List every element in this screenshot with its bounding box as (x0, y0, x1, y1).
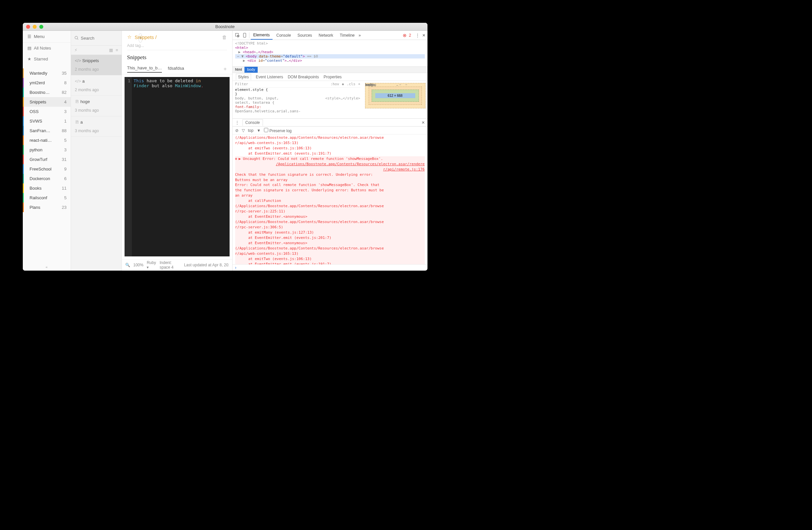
editor: ☆ Snippets / 🗑 Add tag... Snippets This_… (122, 31, 233, 271)
context-selector[interactable]: top ▼ (248, 128, 261, 133)
note-item[interactable]: </> Snippets 2 months ago (71, 55, 121, 75)
box-model[interactable]: margin – border – padding – 612 × 668 (363, 81, 427, 118)
filter-icon[interactable]: ▽ (242, 128, 245, 133)
folder-item[interactable]: Boostno…82 (23, 88, 71, 97)
hov-toggle[interactable]: :hov (330, 82, 339, 86)
grid-view-icon[interactable]: ▦ (109, 47, 113, 53)
folder-item[interactable]: Wantedly35 (23, 68, 71, 78)
folder-item[interactable]: yml2erd8 (23, 78, 71, 88)
folder-item[interactable]: python3 (23, 145, 71, 155)
status-bar: 🔍 100% Ruby ▾ Indent: space 4 Last updat… (122, 259, 232, 271)
tab-event-listeners[interactable]: Event Listeners (256, 75, 283, 79)
trash-icon[interactable]: 🗑 (222, 34, 227, 40)
folder-item[interactable]: Dockercon6 (23, 174, 71, 183)
folder-item[interactable]: Railsconf5 (23, 193, 71, 203)
tab-elements[interactable]: Elements (251, 31, 273, 40)
clear-icon[interactable]: ⊘ (235, 128, 238, 133)
code-icon: </> (75, 78, 81, 84)
zoom-level[interactable]: 100% (133, 263, 144, 267)
sidebar-starred[interactable]: ★ Starred (23, 54, 71, 65)
add-rule-icon[interactable]: + (358, 82, 360, 86)
svg-point-0 (75, 37, 77, 39)
document-icon: 🖹 (75, 99, 79, 104)
tab-styles[interactable]: Styles (236, 74, 251, 80)
folder-item[interactable]: SVWS1 (23, 116, 71, 126)
folder-item[interactable]: react-nati…5 (23, 135, 71, 145)
console-prompt[interactable]: › (233, 264, 427, 271)
tab-timeline[interactable]: Timeline (337, 31, 358, 39)
notes-list: + ⚡︎ ▦ ≡ </> Snippets 2 months ago </> a… (71, 31, 122, 271)
kebab-icon[interactable]: ⋮ (235, 120, 239, 125)
folder-item[interactable]: Plans23 (23, 203, 71, 212)
folder-item[interactable]: OSS3 (23, 107, 71, 116)
breadcrumb[interactable]: Snippets / (135, 34, 157, 40)
note-item[interactable]: 🖹 a 3 months ago (71, 116, 121, 137)
folder-item[interactable]: FreeSchool9 (23, 164, 71, 174)
styles-filter[interactable]: Filter (235, 82, 248, 86)
line-number: 1 (125, 77, 132, 256)
error-icon[interactable]: ⊗2 (403, 33, 413, 38)
folder-item[interactable]: Books11 (23, 183, 71, 193)
list-view-icon[interactable]: ≡ (116, 47, 118, 53)
folder-item[interactable]: GrowTurf31 (23, 155, 71, 164)
document-title[interactable]: Snippets (127, 50, 227, 66)
star-icon: ★ (27, 57, 31, 61)
error-icon: ⊗ (235, 156, 237, 161)
folder-item[interactable]: SanFran…88 (23, 126, 71, 135)
menu-label: Menu (34, 34, 45, 39)
devtools: Elements Console Sources Network Timelin… (233, 31, 427, 271)
styles-panel[interactable]: Filter :hov ◆ .cls + element.style { } b… (233, 81, 363, 118)
tab-network[interactable]: Network (316, 31, 336, 39)
cls-toggle[interactable]: .cls (347, 82, 356, 86)
indent-label[interactable]: Indent: space 4 (160, 260, 181, 270)
elements-panel[interactable]: <!DOCTYPE html> <html> ▶ <head>…</head> … (233, 40, 427, 67)
dom-breadcrumbs[interactable]: html body (233, 67, 427, 73)
tab-more[interactable]: » (359, 33, 361, 38)
starred-label: Starred (34, 57, 48, 61)
note-item[interactable]: </> a 2 months ago (71, 75, 121, 96)
file-icon: ▤ (27, 46, 31, 51)
device-icon[interactable] (242, 32, 248, 38)
svg-line-1 (77, 39, 78, 40)
folder-list: Wantedly35 yml2erd8 Boostno…82 Snippets4… (23, 68, 71, 263)
close-icon[interactable]: ✕ (422, 120, 425, 125)
add-tag-input[interactable]: Add tag... (127, 40, 227, 50)
sidebar: ☰ Menu ▤ All Notes ★ Starred Wantedly35 … (23, 31, 71, 271)
inspect-icon[interactable] (234, 32, 241, 38)
zoom-icon[interactable]: 🔍 (125, 263, 130, 267)
kebab-icon[interactable]: ⋮ (416, 33, 420, 38)
folder-item[interactable]: Snippets4 (23, 97, 71, 107)
app-window: Boostnote ☰ Menu ▤ All Notes ★ Starred W… (23, 23, 427, 271)
code-icon: </> (75, 58, 81, 63)
snippet-tab[interactable]: This_have_to_b… (127, 66, 162, 73)
document-icon: 🖹 (75, 119, 79, 125)
console-output[interactable]: (/Applications/Boostnote.app/Contents/Re… (233, 134, 427, 264)
tab-properties[interactable]: Properties (324, 75, 342, 79)
collapse-sidebar-button[interactable]: « (23, 263, 71, 271)
snippet-tab[interactable]: fdsafdsa (168, 66, 184, 72)
menu-button[interactable]: ☰ Menu (23, 31, 71, 43)
tab-console[interactable]: Console (274, 31, 294, 39)
console-tab[interactable]: Console (243, 119, 263, 126)
tab-sources[interactable]: Sources (295, 31, 315, 39)
code-content[interactable]: This have to be deleted in Finder but al… (132, 77, 205, 256)
code-editor[interactable]: 1 This have to be deleted in Finder but … (125, 77, 230, 256)
menu-icon: ☰ (27, 34, 31, 39)
language-selector[interactable]: Ruby ▾ (147, 260, 156, 270)
tab-dom-breakpoints[interactable]: DOM Breakpoints (288, 75, 319, 79)
window-title: Boostnote (23, 24, 427, 29)
add-tab-button[interactable]: + (224, 66, 227, 72)
updated-label: Last updated at Apr 8, 2017 7:24 (184, 263, 229, 267)
svg-rect-3 (244, 33, 246, 37)
close-icon[interactable]: ✕ (422, 33, 425, 38)
preserve-log-checkbox[interactable]: Preserve log (264, 128, 292, 133)
star-icon[interactable]: ☆ (127, 34, 131, 40)
sort-icon[interactable]: ⚡︎ (74, 47, 77, 53)
sidebar-all-notes[interactable]: ▤ All Notes (23, 43, 71, 54)
pin-icon[interactable]: ◆ (342, 82, 344, 86)
titlebar[interactable]: Boostnote (23, 23, 427, 31)
search-icon (74, 36, 79, 40)
note-item[interactable]: 🖹 hoge 3 months ago (71, 96, 121, 116)
all-notes-label: All Notes (34, 46, 51, 51)
